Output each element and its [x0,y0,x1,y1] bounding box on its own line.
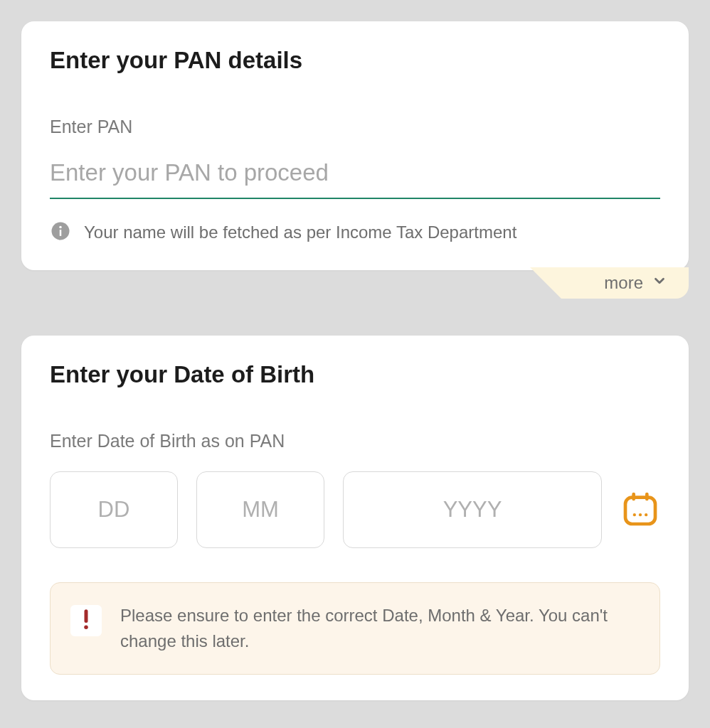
exclamation-icon [81,609,91,633]
pan-section-title: Enter your PAN details [50,47,660,74]
svg-point-2 [59,226,62,229]
svg-point-10 [84,626,88,630]
pan-details-card: Enter your PAN details Enter PAN Your na… [21,21,689,270]
dob-section-title: Enter your Date of Birth [50,361,660,388]
more-tab-container: more [21,267,689,300]
dob-month-input[interactable] [196,471,324,548]
dob-day-input[interactable] [50,471,178,548]
calendar-icon [620,520,660,531]
pan-card-wrapper: Enter your PAN details Enter PAN Your na… [21,21,689,300]
pan-info-row: Your name will be fetched as per Income … [50,220,660,245]
dob-year-input[interactable] [343,471,602,548]
svg-rect-9 [85,609,88,623]
svg-rect-3 [625,497,655,523]
info-icon [50,220,71,245]
svg-point-8 [645,513,647,516]
pan-field-label: Enter PAN [50,117,660,137]
svg-point-7 [639,513,642,516]
more-label: more [604,273,643,293]
dob-warning-box: Please ensure to enter the correct Date,… [50,582,660,675]
chevron-down-icon [652,273,667,293]
warning-icon-box [70,605,102,636]
dob-card: Enter your Date of Birth Enter Date of B… [21,336,689,700]
dob-warning-text: Please ensure to enter the correct Date,… [120,603,640,654]
dob-input-row [50,471,660,548]
more-button[interactable]: more [561,267,689,299]
svg-point-6 [633,513,636,516]
pan-info-text: Your name will be fetched as per Income … [84,223,516,242]
pan-input[interactable] [50,155,660,199]
calendar-picker-button[interactable] [620,489,660,531]
dob-field-label: Enter Date of Birth as on PAN [50,431,660,451]
svg-rect-1 [60,230,62,236]
